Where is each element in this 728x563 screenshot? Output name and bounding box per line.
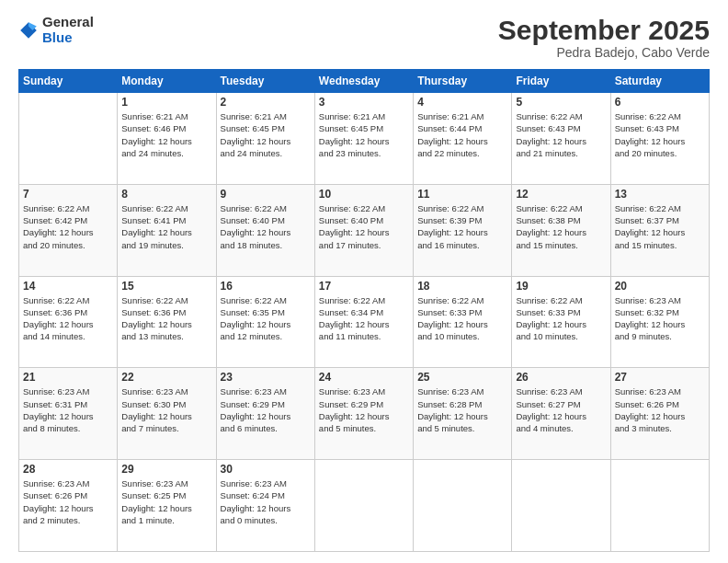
day-number: 7 (23, 188, 113, 201)
table-row: 25Sunrise: 6:23 AM Sunset: 6:28 PM Dayli… (414, 368, 512, 460)
day-info: Sunrise: 6:22 AM Sunset: 6:42 PM Dayligh… (23, 202, 113, 251)
day-number: 13 (615, 188, 705, 201)
day-number: 29 (121, 463, 211, 476)
day-number: 11 (417, 188, 507, 201)
day-number: 18 (417, 280, 507, 293)
header-tuesday: Tuesday (216, 70, 314, 93)
day-number: 30 (221, 463, 311, 476)
calendar-row-4: 21Sunrise: 6:23 AM Sunset: 6:31 PM Dayli… (19, 368, 710, 460)
header: General Blue September 2025 Pedra Badejo… (18, 15, 710, 60)
logo-blue-text: Blue (42, 30, 94, 46)
day-info: Sunrise: 6:22 AM Sunset: 6:38 PM Dayligh… (516, 202, 606, 251)
day-info: Sunrise: 6:23 AM Sunset: 6:27 PM Dayligh… (516, 385, 606, 434)
title-block: September 2025 Pedra Badejo, Cabo Verde (498, 15, 710, 60)
day-info: Sunrise: 6:21 AM Sunset: 6:44 PM Dayligh… (417, 110, 507, 159)
header-saturday: Saturday (610, 70, 709, 93)
day-info: Sunrise: 6:22 AM Sunset: 6:33 PM Dayligh… (417, 294, 507, 343)
table-row: 6Sunrise: 6:22 AM Sunset: 6:43 PM Daylig… (610, 93, 709, 185)
table-row: 24Sunrise: 6:23 AM Sunset: 6:29 PM Dayli… (314, 368, 413, 460)
day-info: Sunrise: 6:23 AM Sunset: 6:28 PM Dayligh… (417, 385, 507, 434)
calendar-row-1: 1Sunrise: 6:21 AM Sunset: 6:46 PM Daylig… (19, 93, 710, 185)
day-number: 2 (221, 96, 311, 109)
header-monday: Monday (118, 70, 216, 93)
day-info: Sunrise: 6:22 AM Sunset: 6:41 PM Dayligh… (121, 202, 211, 251)
logo-icon (18, 20, 39, 40)
day-number: 22 (121, 371, 211, 384)
logo-text: General Blue (42, 15, 94, 45)
day-info: Sunrise: 6:22 AM Sunset: 6:40 PM Dayligh… (319, 202, 409, 251)
day-info: Sunrise: 6:21 AM Sunset: 6:46 PM Dayligh… (121, 110, 211, 159)
header-friday: Friday (512, 70, 610, 93)
logo-general-text: General (42, 15, 94, 30)
day-number: 21 (23, 371, 113, 384)
table-row: 3Sunrise: 6:21 AM Sunset: 6:45 PM Daylig… (314, 93, 413, 185)
day-number: 14 (23, 280, 113, 293)
table-row (512, 460, 610, 552)
table-row: 30Sunrise: 6:23 AM Sunset: 6:24 PM Dayli… (216, 460, 314, 552)
header-thursday: Thursday (414, 70, 512, 93)
table-row: 26Sunrise: 6:23 AM Sunset: 6:27 PM Dayli… (512, 368, 610, 460)
header-wednesday: Wednesday (314, 70, 413, 93)
day-info: Sunrise: 6:22 AM Sunset: 6:36 PM Dayligh… (23, 294, 113, 343)
day-number: 26 (516, 371, 606, 384)
table-row (414, 460, 512, 552)
table-row (19, 93, 118, 185)
day-info: Sunrise: 6:23 AM Sunset: 6:25 PM Dayligh… (121, 477, 211, 526)
day-info: Sunrise: 6:22 AM Sunset: 6:40 PM Dayligh… (221, 202, 311, 251)
day-number: 3 (319, 96, 409, 109)
calendar-row-5: 28Sunrise: 6:23 AM Sunset: 6:26 PM Dayli… (19, 460, 710, 552)
day-info: Sunrise: 6:23 AM Sunset: 6:24 PM Dayligh… (221, 477, 311, 526)
table-row: 13Sunrise: 6:22 AM Sunset: 6:37 PM Dayli… (610, 184, 709, 276)
day-info: Sunrise: 6:22 AM Sunset: 6:36 PM Dayligh… (121, 294, 211, 343)
day-info: Sunrise: 6:21 AM Sunset: 6:45 PM Dayligh… (221, 110, 311, 159)
day-number: 6 (615, 96, 705, 109)
day-info: Sunrise: 6:22 AM Sunset: 6:34 PM Dayligh… (319, 294, 409, 343)
day-info: Sunrise: 6:22 AM Sunset: 6:39 PM Dayligh… (417, 202, 507, 251)
day-number: 4 (417, 96, 507, 109)
day-info: Sunrise: 6:22 AM Sunset: 6:33 PM Dayligh… (516, 294, 606, 343)
day-number: 5 (516, 96, 606, 109)
header-sunday: Sunday (19, 70, 118, 93)
table-row: 5Sunrise: 6:22 AM Sunset: 6:43 PM Daylig… (512, 93, 610, 185)
day-info: Sunrise: 6:23 AM Sunset: 6:29 PM Dayligh… (221, 385, 311, 434)
table-row: 11Sunrise: 6:22 AM Sunset: 6:39 PM Dayli… (414, 184, 512, 276)
table-row: 1Sunrise: 6:21 AM Sunset: 6:46 PM Daylig… (118, 93, 216, 185)
table-row: 9Sunrise: 6:22 AM Sunset: 6:40 PM Daylig… (216, 184, 314, 276)
calendar-row-2: 7Sunrise: 6:22 AM Sunset: 6:42 PM Daylig… (19, 184, 710, 276)
table-row: 18Sunrise: 6:22 AM Sunset: 6:33 PM Dayli… (414, 276, 512, 368)
day-info: Sunrise: 6:23 AM Sunset: 6:26 PM Dayligh… (23, 477, 113, 526)
calendar-header-row: Sunday Monday Tuesday Wednesday Thursday… (19, 70, 710, 93)
day-number: 20 (615, 280, 705, 293)
day-info: Sunrise: 6:23 AM Sunset: 6:29 PM Dayligh… (319, 385, 409, 434)
day-info: Sunrise: 6:22 AM Sunset: 6:43 PM Dayligh… (615, 110, 705, 159)
day-info: Sunrise: 6:23 AM Sunset: 6:26 PM Dayligh… (615, 385, 705, 434)
table-row: 14Sunrise: 6:22 AM Sunset: 6:36 PM Dayli… (19, 276, 118, 368)
table-row: 27Sunrise: 6:23 AM Sunset: 6:26 PM Dayli… (610, 368, 709, 460)
day-info: Sunrise: 6:22 AM Sunset: 6:35 PM Dayligh… (221, 294, 311, 343)
table-row (314, 460, 413, 552)
table-row: 20Sunrise: 6:23 AM Sunset: 6:32 PM Dayli… (610, 276, 709, 368)
table-row: 10Sunrise: 6:22 AM Sunset: 6:40 PM Dayli… (314, 184, 413, 276)
day-number: 1 (121, 96, 211, 109)
day-number: 17 (319, 280, 409, 293)
day-number: 12 (516, 188, 606, 201)
table-row: 17Sunrise: 6:22 AM Sunset: 6:34 PM Dayli… (314, 276, 413, 368)
day-info: Sunrise: 6:23 AM Sunset: 6:30 PM Dayligh… (121, 385, 211, 434)
table-row (610, 460, 709, 552)
day-number: 25 (417, 371, 507, 384)
table-row: 8Sunrise: 6:22 AM Sunset: 6:41 PM Daylig… (118, 184, 216, 276)
day-number: 10 (319, 188, 409, 201)
table-row: 22Sunrise: 6:23 AM Sunset: 6:30 PM Dayli… (118, 368, 216, 460)
calendar-table: Sunday Monday Tuesday Wednesday Thursday… (18, 69, 710, 552)
table-row: 4Sunrise: 6:21 AM Sunset: 6:44 PM Daylig… (414, 93, 512, 185)
table-row: 12Sunrise: 6:22 AM Sunset: 6:38 PM Dayli… (512, 184, 610, 276)
table-row: 21Sunrise: 6:23 AM Sunset: 6:31 PM Dayli… (19, 368, 118, 460)
day-number: 24 (319, 371, 409, 384)
day-number: 23 (221, 371, 311, 384)
day-number: 27 (615, 371, 705, 384)
month-title: September 2025 (498, 15, 710, 45)
day-info: Sunrise: 6:23 AM Sunset: 6:31 PM Dayligh… (23, 385, 113, 434)
day-number: 28 (23, 463, 113, 476)
table-row: 15Sunrise: 6:22 AM Sunset: 6:36 PM Dayli… (118, 276, 216, 368)
day-number: 19 (516, 280, 606, 293)
